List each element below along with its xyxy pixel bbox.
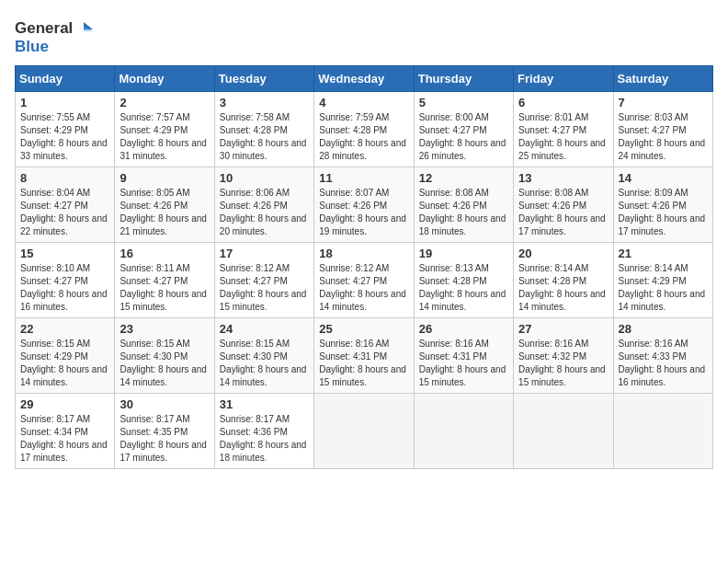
day-number: 9 [119,171,209,185]
day-number: 12 [419,171,508,185]
day-info: Sunrise: 8:12 AMSunset: 4:27 PMDaylight:… [319,262,408,314]
day-info: Sunrise: 8:01 AMSunset: 4:27 PMDaylight:… [518,111,608,163]
calendar-cell: 10Sunrise: 8:06 AMSunset: 4:26 PMDayligh… [214,167,313,242]
day-info: Sunrise: 8:12 AMSunset: 4:27 PMDaylight:… [220,262,309,314]
day-info: Sunrise: 8:15 AMSunset: 4:29 PMDaylight:… [20,338,109,389]
calendar-cell: 1Sunrise: 7:55 AMSunset: 4:29 PMDaylight… [16,91,115,167]
calendar-week-4: 22Sunrise: 8:15 AMSunset: 4:29 PMDayligh… [16,317,713,393]
calendar-cell: 9Sunrise: 8:05 AMSunset: 4:26 PMDaylight… [115,167,214,242]
calendar-cell: 8Sunrise: 8:04 AMSunset: 4:27 PMDaylight… [16,167,115,242]
day-info: Sunrise: 8:10 AMSunset: 4:27 PMDaylight:… [20,262,109,314]
day-info: Sunrise: 8:04 AMSunset: 4:27 PMDaylight:… [20,187,109,238]
calendar-header-tuesday: Tuesday [214,65,313,91]
day-number: 5 [419,96,508,109]
day-info: Sunrise: 8:17 AMSunset: 4:36 PMDaylight:… [220,413,309,465]
day-info: Sunrise: 7:55 AMSunset: 4:29 PMDaylight:… [20,111,109,163]
day-number: 24 [220,322,309,336]
day-number: 25 [319,322,408,336]
day-info: Sunrise: 7:59 AMSunset: 4:28 PMDaylight:… [319,111,408,163]
calendar-header-friday: Friday [514,65,613,91]
calendar-cell: 17Sunrise: 8:12 AMSunset: 4:27 PMDayligh… [214,242,313,317]
calendar-cell: 29Sunrise: 8:17 AMSunset: 4:34 PMDayligh… [16,393,115,468]
calendar-cell [613,393,712,468]
logo-blue: Blue [15,39,95,56]
day-info: Sunrise: 8:09 AMSunset: 4:26 PMDaylight:… [619,187,708,238]
day-info: Sunrise: 8:14 AMSunset: 4:28 PMDaylight:… [518,262,608,314]
day-info: Sunrise: 8:06 AMSunset: 4:26 PMDaylight:… [220,187,309,238]
calendar-week-1: 1Sunrise: 7:55 AMSunset: 4:29 PMDaylight… [16,91,713,167]
logo-general: General [15,20,73,38]
calendar-cell: 13Sunrise: 8:08 AMSunset: 4:26 PMDayligh… [514,167,613,242]
calendar-cell: 26Sunrise: 8:16 AMSunset: 4:31 PMDayligh… [414,317,513,393]
calendar-week-3: 15Sunrise: 8:10 AMSunset: 4:27 PMDayligh… [16,242,713,317]
calendar-cell: 21Sunrise: 8:14 AMSunset: 4:29 PMDayligh… [613,242,712,317]
calendar-header-row: SundayMondayTuesdayWednesdayThursdayFrid… [16,65,713,91]
day-number: 13 [518,171,608,185]
calendar-cell: 7Sunrise: 8:03 AMSunset: 4:27 PMDaylight… [613,91,712,167]
day-info: Sunrise: 8:08 AMSunset: 4:26 PMDaylight:… [419,187,508,238]
calendar-header-wednesday: Wednesday [314,65,414,91]
day-info: Sunrise: 8:03 AMSunset: 4:27 PMDaylight:… [619,111,708,163]
day-info: Sunrise: 8:11 AMSunset: 4:27 PMDaylight:… [119,262,209,314]
day-number: 16 [119,247,209,260]
day-info: Sunrise: 8:00 AMSunset: 4:27 PMDaylight:… [419,111,508,163]
calendar-cell: 23Sunrise: 8:15 AMSunset: 4:30 PMDayligh… [115,317,214,393]
calendar-cell [514,393,613,468]
day-number: 4 [319,96,408,109]
calendar-cell: 6Sunrise: 8:01 AMSunset: 4:27 PMDaylight… [514,91,613,167]
day-number: 15 [20,247,109,260]
day-number: 30 [119,397,209,411]
logo-container: General Blue [15,18,95,56]
day-number: 3 [220,96,309,109]
calendar-table: SundayMondayTuesdayWednesdayThursdayFrid… [15,65,713,469]
day-number: 26 [419,322,508,336]
logo: General Blue [15,15,95,56]
calendar-cell: 22Sunrise: 8:15 AMSunset: 4:29 PMDayligh… [16,317,115,393]
calendar-cell: 19Sunrise: 8:13 AMSunset: 4:28 PMDayligh… [414,242,513,317]
calendar-week-5: 29Sunrise: 8:17 AMSunset: 4:34 PMDayligh… [16,393,713,468]
day-info: Sunrise: 8:16 AMSunset: 4:32 PMDaylight:… [518,338,608,389]
day-info: Sunrise: 8:15 AMSunset: 4:30 PMDaylight:… [220,338,309,389]
day-number: 2 [119,96,209,109]
calendar-cell: 30Sunrise: 8:17 AMSunset: 4:35 PMDayligh… [115,393,214,468]
day-info: Sunrise: 8:05 AMSunset: 4:26 PMDaylight:… [119,187,209,238]
calendar-cell: 15Sunrise: 8:10 AMSunset: 4:27 PMDayligh… [16,242,115,317]
calendar-cell: 12Sunrise: 8:08 AMSunset: 4:26 PMDayligh… [414,167,513,242]
day-number: 17 [220,247,309,260]
calendar-cell: 4Sunrise: 7:59 AMSunset: 4:28 PMDaylight… [314,91,414,167]
day-number: 8 [20,171,109,185]
day-number: 27 [518,322,608,336]
calendar-cell: 11Sunrise: 8:07 AMSunset: 4:26 PMDayligh… [314,167,414,242]
calendar-cell: 27Sunrise: 8:16 AMSunset: 4:32 PMDayligh… [514,317,613,393]
day-number: 11 [319,171,408,185]
day-number: 21 [619,247,708,260]
calendar-header-monday: Monday [115,65,214,91]
calendar-header-saturday: Saturday [613,65,712,91]
calendar-cell: 2Sunrise: 7:57 AMSunset: 4:29 PMDaylight… [115,91,214,167]
day-number: 18 [319,247,408,260]
day-number: 28 [619,322,708,336]
day-info: Sunrise: 8:16 AMSunset: 4:31 PMDaylight:… [319,338,408,389]
calendar-cell: 25Sunrise: 8:16 AMSunset: 4:31 PMDayligh… [314,317,414,393]
day-number: 23 [119,322,209,336]
day-info: Sunrise: 7:58 AMSunset: 4:28 PMDaylight:… [220,111,309,163]
day-number: 10 [220,171,309,185]
day-number: 19 [419,247,508,260]
calendar-header-sunday: Sunday [16,65,115,91]
day-number: 6 [518,96,608,109]
logo-bird-icon [74,18,95,39]
day-number: 22 [20,322,109,336]
calendar-cell: 18Sunrise: 8:12 AMSunset: 4:27 PMDayligh… [314,242,414,317]
day-info: Sunrise: 8:16 AMSunset: 4:31 PMDaylight:… [419,338,508,389]
day-info: Sunrise: 8:17 AMSunset: 4:34 PMDaylight:… [20,413,109,465]
day-number: 20 [518,247,608,260]
calendar-cell: 5Sunrise: 8:00 AMSunset: 4:27 PMDaylight… [414,91,513,167]
calendar-cell: 3Sunrise: 7:58 AMSunset: 4:28 PMDaylight… [214,91,313,167]
day-number: 7 [619,96,708,109]
calendar-cell: 24Sunrise: 8:15 AMSunset: 4:30 PMDayligh… [214,317,313,393]
calendar-cell: 20Sunrise: 8:14 AMSunset: 4:28 PMDayligh… [514,242,613,317]
calendar-cell [314,393,414,468]
day-info: Sunrise: 8:13 AMSunset: 4:28 PMDaylight:… [419,262,508,314]
calendar-cell: 28Sunrise: 8:16 AMSunset: 4:33 PMDayligh… [613,317,712,393]
calendar-week-2: 8Sunrise: 8:04 AMSunset: 4:27 PMDaylight… [16,167,713,242]
